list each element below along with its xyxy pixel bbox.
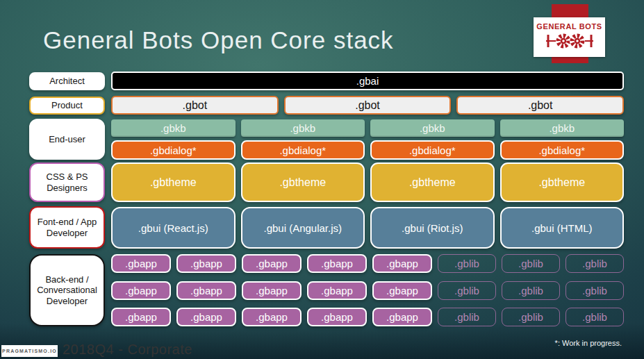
gbtheme-box: .gbtheme	[241, 162, 365, 202]
gbapp-box: .gbapp	[307, 254, 367, 273]
row-gbtheme: .gbtheme .gbtheme .gbtheme .gbtheme	[111, 162, 624, 202]
slide-caption: 2018Q4 - Corporate	[63, 342, 192, 358]
gbapp-box: .gbapp	[307, 281, 367, 300]
gblib-box: .gblib	[438, 254, 496, 273]
gblib-box: .gblib	[565, 254, 624, 273]
gblib-box: .gblib	[438, 308, 496, 326]
logo-brand-text: GENERAL BOTS	[536, 22, 602, 31]
gbtheme-box: .gbtheme	[500, 162, 625, 202]
general-bots-logo: GENERAL BOTS	[534, 17, 605, 57]
gbapp-box: .gbapp	[307, 308, 367, 326]
gblib-box: .gblib	[438, 281, 496, 300]
gbkb-box: .gbkb	[500, 119, 625, 137]
gbot-box: .gbot	[456, 96, 624, 115]
slide: General Bots Open Core stack GENERAL BOT…	[0, 0, 644, 359]
gbdialog-box: .gbdialog*	[370, 140, 495, 160]
gbdialog-box: .gbdialog*	[241, 140, 365, 160]
gblib-box: .gblib	[502, 308, 560, 326]
gears-icon	[545, 32, 595, 53]
gbkb-box: .gbkb	[370, 119, 495, 137]
gbkb-box: .gbkb	[111, 119, 236, 137]
gbapp-box: .gbapp	[372, 308, 432, 326]
gbapp-box: .gbapp	[111, 254, 171, 273]
gbui-angular-box: .gbui (Angular.js)	[241, 207, 365, 249]
row-gbui: .gbui (React.js) .gbui (Angular.js) .gbu…	[111, 207, 624, 249]
gbtheme-box: .gbtheme	[111, 162, 236, 202]
row-backend-1: .gbapp .gbapp .gbapp .gbapp .gbapp .gbli…	[111, 254, 624, 273]
gblib-box: .gblib	[565, 281, 624, 300]
role-label-designers: CSS & PS Designers	[29, 162, 105, 202]
gbapp-box: .gbapp	[111, 281, 171, 300]
gbkb-box: .gbkb	[241, 119, 365, 137]
role-label-backend-developer: Back-end / Conversational Developer	[29, 254, 105, 326]
gbapp-box: .gbapp	[242, 308, 302, 326]
pragmatismo-badge: PRAGMATISMO.IO	[1, 345, 58, 357]
row-gbkb: .gbkb .gbkb .gbkb .gbkb	[111, 119, 624, 137]
gbapp-box: .gbapp	[111, 308, 171, 326]
gblib-box: .gblib	[565, 308, 624, 326]
row-backend-3: .gbapp .gbapp .gbapp .gbapp .gbapp .gbli…	[111, 308, 624, 326]
gbapp-box: .gbapp	[176, 308, 236, 326]
row-backend-2: .gbapp .gbapp .gbapp .gbapp .gbapp .gbli…	[111, 281, 624, 300]
gbtheme-box: .gbtheme	[370, 162, 495, 202]
gbai-box: .gbai	[111, 72, 624, 90]
gbapp-box: .gbapp	[372, 281, 432, 300]
gbot-box: .gbot	[111, 96, 279, 115]
role-label-frontend-developer: Font-end / App Developer	[29, 206, 105, 249]
gbui-react-box: .gbui (React.js)	[111, 207, 236, 249]
gbapp-box: .gbapp	[242, 281, 302, 300]
role-label-architect: Architect	[29, 72, 105, 90]
gbapp-box: .gbapp	[176, 254, 236, 273]
gbapp-box: .gbapp	[242, 254, 302, 273]
gbapp-box: .gbapp	[176, 281, 236, 300]
gbot-box: .gbot	[284, 96, 452, 115]
gblib-box: .gblib	[502, 281, 560, 300]
gbapp-box: .gbapp	[372, 254, 432, 273]
work-in-progress-note: *: Work in progress.	[555, 339, 622, 347]
gbdialog-box: .gbdialog*	[500, 140, 625, 160]
role-label-product: Product	[29, 97, 105, 115]
row-gbot: .gbot .gbot .gbot	[111, 96, 624, 115]
gbui-riot-box: .gbui (Riot.js)	[370, 207, 495, 249]
page-title: General Bots Open Core stack	[43, 26, 394, 54]
role-label-end-user: End-user	[29, 119, 105, 160]
gblib-box: .gblib	[502, 254, 560, 273]
row-gbai: .gbai	[111, 72, 624, 90]
row-gbdialog: .gbdialog* .gbdialog* .gbdialog* .gbdial…	[111, 140, 624, 160]
gbui-html-box: .gbui (HTML)	[500, 207, 625, 249]
gbdialog-box: .gbdialog*	[111, 140, 236, 160]
